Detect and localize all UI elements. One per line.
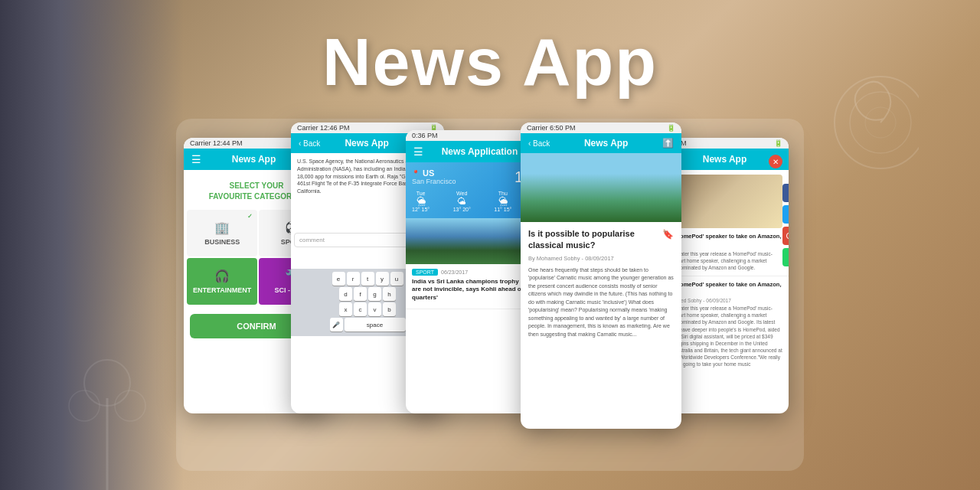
article-title-text: Is it possible to popularise classical m… — [528, 228, 659, 252]
key-f[interactable]: f — [354, 287, 367, 301]
cat-entertainment[interactable]: 🎧 ENTERTAINMENT — [187, 258, 257, 305]
key-d[interactable]: d — [339, 287, 352, 301]
categories-header: SELECT YOUR — [230, 181, 284, 190]
carrier-1: Carrier 12:44 PM — [190, 139, 243, 147]
googleplus-share-button[interactable]: G+ — [782, 227, 789, 245]
phones-container: Carrier 12:44 PM 🔋 ☰ News App SELECT YOU… — [122, 122, 858, 467]
main-title: News App — [0, 23, 980, 101]
forecast-tue: Tue 🌦 12° 15° — [412, 191, 430, 212]
battery-4: 🔋 — [667, 124, 675, 132]
key-c[interactable]: c — [354, 302, 367, 316]
forecast-tue-day: Tue — [412, 191, 430, 196]
key-b[interactable]: b — [383, 302, 396, 316]
close-button[interactable]: ✕ — [769, 155, 782, 168]
article-author: By Mohamed Sobhy - 08/09/2017 — [528, 255, 674, 262]
key-v[interactable]: v — [368, 302, 381, 316]
forecast-tue-icon: 🌦 — [412, 196, 430, 207]
key-mic[interactable]: 🎤 — [330, 318, 343, 332]
sport-badge: SPORT — [412, 269, 438, 276]
forecast-tue-temps: 12° 15° — [412, 207, 430, 212]
key-r[interactable]: r — [347, 272, 360, 286]
key-h[interactable]: h — [383, 287, 396, 301]
article-hero-image — [521, 153, 681, 222]
news-date-3: 06/23/2017 — [441, 270, 468, 275]
key-x[interactable]: x — [339, 302, 352, 316]
nav-title-3: News Application — [423, 146, 536, 157]
check-business: ✓ — [247, 213, 253, 220]
carrier-4: Carrier 6:50 PM — [527, 124, 576, 132]
forecast-thu: Thu 🌦 11° 15° — [494, 191, 511, 212]
article-text: One hears frequently that steps should b… — [528, 266, 674, 339]
menu-icon-1[interactable]: ☰ — [191, 153, 201, 165]
nav-bar-4: ‹ Back News App ⬆️ — [521, 133, 681, 153]
social-share-buttons: f 𝕏 G+ ✆ — [782, 184, 789, 266]
phone-article-detail: Carrier 6:50 PM 🔋 ‹ Back News App ⬆️ Is … — [521, 122, 681, 429]
forecast-thu-icon: 🌦 — [494, 196, 511, 207]
forecast-wed-icon: 🌤 — [453, 196, 471, 207]
forecast-thu-temps: 11° 15° — [494, 207, 511, 212]
key-y[interactable]: y — [376, 272, 389, 286]
article-main-title: Is it possible to popularise classical m… — [528, 228, 674, 252]
svg-point-5 — [69, 390, 100, 421]
status-bar-4: Carrier 6:50 PM 🔋 — [521, 122, 681, 133]
location-icon: 📍 — [412, 170, 420, 177]
key-u[interactable]: u — [390, 272, 403, 286]
carrier-2: Carrier 12:46 PM — [297, 124, 350, 132]
weather-country: US — [423, 168, 434, 178]
entertainment-icon: 🎧 — [193, 269, 251, 283]
key-e[interactable]: e — [332, 272, 345, 286]
comment-placeholder: comment — [299, 237, 325, 243]
entertainment-label: ENTERTAINMENT — [193, 286, 251, 294]
forecast-wed-day: Wed — [453, 191, 471, 196]
forecast-wed-temps: 13° 20° — [453, 207, 471, 212]
weather-city: San Francisco — [412, 178, 456, 185]
battery-5: 🔋 — [774, 139, 782, 147]
forecast-wed: Wed 🌤 13° 20° — [453, 191, 471, 212]
back-btn-2[interactable]: ‹ Back — [299, 139, 320, 148]
business-icon: 🏢 — [193, 220, 251, 235]
article-body: Is it possible to popularise classical m… — [521, 222, 681, 345]
forecast-thu-day: Thu — [494, 191, 511, 196]
nav-title-2: News App — [320, 138, 413, 149]
nav-title-5: News App — [668, 154, 781, 165]
nav-icon-4: ⬆️ — [662, 138, 674, 149]
facebook-share-button[interactable]: f — [782, 184, 789, 202]
bookmark-icon[interactable]: 🔖 — [662, 228, 674, 241]
back-btn-4[interactable]: ‹ Back — [528, 139, 550, 148]
carrier-3: 0:36 PM — [412, 132, 438, 139]
menu-icon-3[interactable]: ☰ — [413, 145, 423, 158]
nav-title-4: News App — [550, 138, 662, 149]
twitter-share-button[interactable]: 𝕏 — [782, 205, 789, 224]
key-g[interactable]: g — [368, 287, 381, 301]
cat-business[interactable]: ✓ 🏢 BUSINESS — [187, 210, 257, 256]
categories-highlight: FAVOURITE — [209, 192, 252, 201]
whatsapp-share-button[interactable]: ✆ — [782, 248, 789, 266]
key-t[interactable]: t — [361, 272, 374, 286]
key-space[interactable]: space — [345, 318, 406, 332]
business-label: BUSINESS — [204, 238, 240, 246]
